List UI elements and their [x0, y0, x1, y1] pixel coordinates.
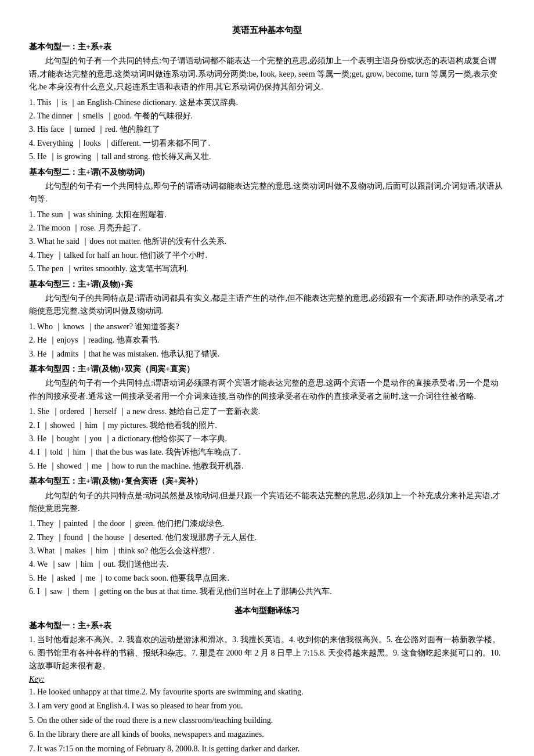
list-item: 1. He looked unhappy at that time.2. My …: [29, 686, 505, 699]
key-answers-section: Key: 1. He looked unhappy at that time.2…: [29, 673, 505, 755]
list-item: 5. He ｜is growing ｜tall and strong. 他长得又…: [29, 150, 505, 163]
practice-title: 基本句型翻译练习: [29, 604, 505, 617]
list-item: 2. He ｜enjoys ｜reading. 他喜欢看书.: [29, 334, 505, 347]
list-item: 3. What he said ｜does not matter. 他所讲的没有…: [29, 235, 505, 248]
section-type3: 基本句型三：主+谓(及物)+宾 此句型句子的共同特点是:谓语动词都具有实义,都是…: [29, 278, 505, 361]
practice-section-heading: 基本句型一：主+系+表: [29, 620, 505, 632]
list-item: 2. The dinner ｜smells ｜good. 午餐的气味很好.: [29, 110, 505, 123]
list-item: 2. They ｜found ｜the house ｜deserted. 他们发…: [29, 531, 505, 544]
list-item: 1. She ｜ordered ｜herself ｜a new dress. 她…: [29, 405, 505, 418]
section5-examples: 1. They ｜painted ｜the door ｜green. 他们把门漆…: [29, 517, 505, 598]
section1-desc: 此句型的句子有一个共同的特点:句子谓语动词都不能表达一个完整的意思,必须加上一个…: [29, 55, 505, 93]
list-item: 3. What ｜makes ｜him ｜think so? 他怎么会这样想? …: [29, 545, 505, 557]
list-item: 2. The moon ｜rose. 月亮升起了.: [29, 222, 505, 235]
list-item: 4. We ｜saw ｜him ｜out. 我们送他出去.: [29, 558, 505, 571]
section2-examples: 1. The sun ｜was shining. 太阳在照耀着. 2. The …: [29, 208, 505, 276]
list-item: 3. I am very good at English.4. I was so…: [29, 700, 505, 712]
list-item: 4. I ｜told ｜him ｜that the bus was late. …: [29, 446, 505, 459]
section4-heading: 基本句型四：主+谓(及物)+双宾（间宾+直宾）: [29, 363, 505, 376]
section1-heading: 基本句型一：主+系+表: [29, 41, 505, 53]
section4-examples: 1. She ｜ordered ｜herself ｜a new dress. 她…: [29, 405, 505, 473]
list-item: 1. This ｜is ｜an English-Chinese dictiona…: [29, 96, 505, 109]
section1-examples: 1. This ｜is ｜an English-Chinese dictiona…: [29, 96, 505, 164]
list-item: 1. The sun ｜was shining. 太阳在照耀着.: [29, 208, 505, 221]
list-item: 3. He ｜bought ｜you ｜a dictionary.他给你买了一本…: [29, 433, 505, 445]
practice-section: 基本句型翻译练习 基本句型一：主+系+表 1. 当时他看起来不高兴。2. 我喜欢…: [29, 604, 505, 755]
section3-heading: 基本句型三：主+谓(及物)+宾: [29, 278, 505, 291]
list-item: 1. They ｜painted ｜the door ｜green. 他们把门漆…: [29, 517, 505, 530]
section2-desc: 此句型的句子有一个共同特点,即句子的谓语动词都能表达完整的意思.这类动词叫做不及…: [29, 180, 505, 206]
list-item: 2. I ｜showed ｜him ｜my pictures. 我给他看我的照片…: [29, 419, 505, 432]
list-item: 4. They ｜talked for half an hour. 他们谈了半个…: [29, 249, 505, 262]
section-type2: 基本句型二：主+谓(不及物动词) 此句型的句子有一个共同特点,即句子的谓语动词都…: [29, 166, 505, 276]
list-item: 5. He ｜asked ｜me ｜to come back soon. 他要我…: [29, 572, 505, 585]
list-item: 6. In the library there are all kinds of…: [29, 728, 505, 741]
list-item: 4. Everything ｜looks ｜different. 一切看来都不同…: [29, 137, 505, 150]
list-item: 7. It was 7:15 on the morning of Februar…: [29, 743, 505, 755]
section5-heading: 基本句型五：主+谓(及物)+复合宾语（宾+宾补）: [29, 475, 505, 488]
key-label: Key:: [29, 675, 44, 683]
section-type4: 基本句型四：主+谓(及物)+双宾（间宾+直宾） 此句型的句子有一个共同特点:谓语…: [29, 363, 505, 473]
list-item: 3. He ｜admits ｜that he was mistaken. 他承认…: [29, 348, 505, 361]
section4-desc: 此句型的句子有一个共同特点:谓语动词必须跟有两个宾语才能表达完整的意思.这两个宾…: [29, 377, 505, 403]
list-item: 5. The pen ｜writes smoothly. 这支笔书写流利.: [29, 262, 505, 275]
section3-desc: 此句型句子的共同特点是:谓语动词都具有实义,都是主语产生的动作,但不能表达完整的…: [29, 292, 505, 318]
list-item: 5. On the other side of the road there i…: [29, 714, 505, 727]
section3-examples: 1. Who ｜knows ｜the answer? 谁知道答案? 2. He …: [29, 321, 505, 361]
list-item: 5. He ｜showed ｜me ｜how to run the machin…: [29, 460, 505, 473]
section-type5: 基本句型五：主+谓(及物)+复合宾语（宾+宾补） 此句型的句子的共同特点是:动词…: [29, 475, 505, 599]
list-item: 3. His face ｜turned ｜red. 他的脸红了: [29, 123, 505, 136]
list-item: 1. Who ｜knows ｜the answer? 谁知道答案?: [29, 321, 505, 333]
page-container: 英语五种基本句型 基本句型一：主+系+表 此句型的句子有一个共同的特点:句子谓语…: [29, 23, 505, 755]
page-title: 英语五种基本句型: [29, 23, 505, 37]
list-item: 6. I ｜saw ｜them ｜getting on the bus at t…: [29, 585, 505, 598]
practice-chinese: 1. 当时他看起来不高兴。2. 我喜欢的运动是游泳和滑冰。3. 我擅长英语。4.…: [29, 633, 505, 672]
section2-heading: 基本句型二：主+谓(不及物动词): [29, 166, 505, 179]
section-type1: 基本句型一：主+系+表 此句型的句子有一个共同的特点:句子谓语动词都不能表达一个…: [29, 41, 505, 164]
section5-desc: 此句型的句子的共同特点是:动词虽然是及物动词,但是只跟一个宾语还不能表达完整的意…: [29, 489, 505, 516]
